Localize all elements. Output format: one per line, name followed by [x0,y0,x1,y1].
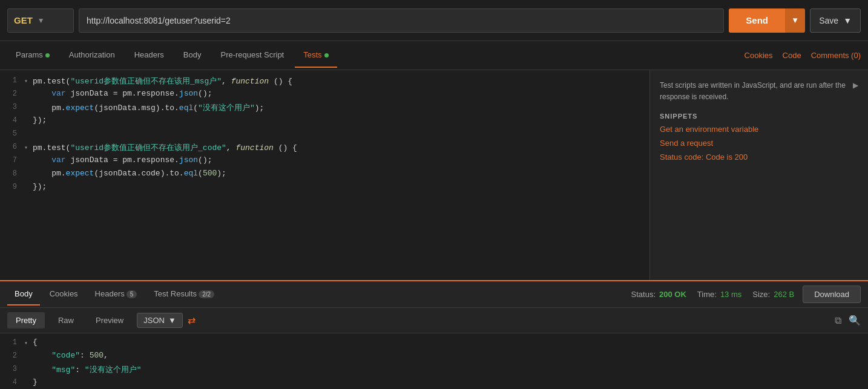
send-main-button[interactable]: Send [729,8,785,33]
code-link[interactable]: Code [783,51,801,60]
collapse-arrow-1[interactable]: ▾ [24,76,33,85]
download-button[interactable]: Download [803,286,861,303]
method-select[interactable]: GET ▼ [7,8,74,33]
tab-group-left: Params Authorization Headers Body Pre-re… [7,43,745,68]
snippet-send-request[interactable]: Send a request [660,139,848,148]
format-label: JSON [143,316,165,325]
snippets-header: SNIPPETS [660,113,848,120]
code-editor[interactable]: 1 ▾ pm.test("userid参数值正确但不存在该用_msg户", fu… [0,70,650,280]
tab-body[interactable]: Body [175,43,210,68]
wrap-icon[interactable]: ⇄ [188,315,196,326]
top-bar: GET ▼ Send ▼ Save ▼ [0,0,868,41]
editor-line-4: 4 }); [0,115,649,128]
editor-line-1: 1 ▾ pm.test("userid参数值正确但不存在该用_msg户", fu… [0,75,649,88]
time-label: Time: [697,290,717,299]
editor-line-7: 7 var jsonData = pm.response.json(); [0,155,649,168]
main-content: 1 ▾ pm.test("userid参数值正确但不存在该用_msg户", fu… [0,70,868,280]
status-row: Status: 200 OK Time: 13 ms Size: 262 B D… [631,286,861,303]
save-label: Save [819,16,838,25]
btab-cookies[interactable]: Cookies [42,283,85,306]
editor-line-2: 2 var jsonData = pm.response.json(); [0,88,649,102]
editor-line-5: 5 [0,128,649,142]
view-preview-button[interactable]: Preview [87,312,132,329]
bottom-area: Body Cookies Headers5 Test Results2/2 St… [0,280,868,389]
panel-expand-icon[interactable]: ▶ [853,81,858,90]
right-panel: Test scripts are written in JavaScript, … [650,70,868,280]
test-results-badge: 2/2 [199,290,214,298]
save-dropdown-icon: ▼ [843,16,852,25]
tests-dot [324,53,329,57]
size-value: 262 B [774,290,794,299]
format-select[interactable]: JSON ▼ [137,313,183,328]
format-dropdown-icon: ▼ [168,316,176,325]
btab-body[interactable]: Body [7,283,40,306]
status-value: 200 OK [659,290,686,299]
size-label: Size: [752,290,770,299]
tab-tests[interactable]: Tests [295,43,337,68]
collapse-arrow-6[interactable]: ▾ [24,142,33,151]
btab-headers[interactable]: Headers5 [88,283,145,306]
toolbar-right-icons: ⧉ 🔍 [835,315,861,326]
method-dropdown-icon: ▼ [38,16,45,25]
tab-params[interactable]: Params [7,43,58,68]
tab-headers[interactable]: Headers [126,43,173,68]
bottom-tab-group: Body Cookies Headers5 Test Results2/2 [7,283,631,306]
send-button-group: Send ▼ [729,8,805,33]
method-label: GET [14,15,33,25]
editor-line-8: 8 pm.expect(jsonData.code).to.eql(500); [0,168,649,181]
save-button[interactable]: Save ▼ [810,8,861,33]
send-dropdown-button[interactable]: ▼ [785,8,805,33]
json-output[interactable]: 1 ▾ { 2 "code": 500, 3 "msg": "没有这个用户" 4… [0,333,868,389]
btab-test-results[interactable]: Test Results2/2 [146,283,222,306]
tab-prerequest[interactable]: Pre-request Script [212,43,292,68]
search-icon[interactable]: 🔍 [849,315,861,326]
cookies-link[interactable]: Cookies [745,51,773,60]
bottom-tabs-row: Body Cookies Headers5 Test Results2/2 St… [0,281,868,308]
comments-link[interactable]: Comments (0) [811,51,861,60]
snippet-status-code[interactable]: Status code: Code is 200 [660,152,848,162]
viewer-toolbar: Pretty Raw Preview JSON ▼ ⇄ ⧉ 🔍 [0,308,868,333]
tab-group-right: Cookies Code Comments (0) [745,51,861,60]
editor-line-6: 6 ▾ pm.test("userid参数值正确但不存在该用户_code", f… [0,142,649,155]
editor-line-3: 3 pm.expect(jsonData.msg).to.eql("没有这个用户… [0,102,649,115]
view-pretty-button[interactable]: Pretty [7,312,45,329]
status-label: Status: [631,290,656,299]
json-line-2: 2 "code": 500, [0,350,868,364]
copy-icon[interactable]: ⧉ [835,315,841,326]
request-tabs-row: Params Authorization Headers Body Pre-re… [0,41,868,70]
json-collapse-1[interactable]: ▾ [24,338,33,347]
snippet-env-var[interactable]: Get an environment variable [660,125,848,134]
params-dot [45,53,50,57]
right-panel-description: Test scripts are written in JavaScript, … [660,80,848,103]
json-line-1: 1 ▾ { [0,337,868,350]
tab-authorization[interactable]: Authorization [61,43,123,68]
json-line-4: 4 } [0,377,868,389]
url-input[interactable] [79,8,724,33]
view-raw-button[interactable]: Raw [50,312,82,329]
editor-line-9: 9 }); [0,181,649,195]
json-line-3: 3 "msg": "没有这个用户" [0,364,868,377]
time-value: 13 ms [720,290,741,299]
headers-badge: 5 [127,290,137,298]
